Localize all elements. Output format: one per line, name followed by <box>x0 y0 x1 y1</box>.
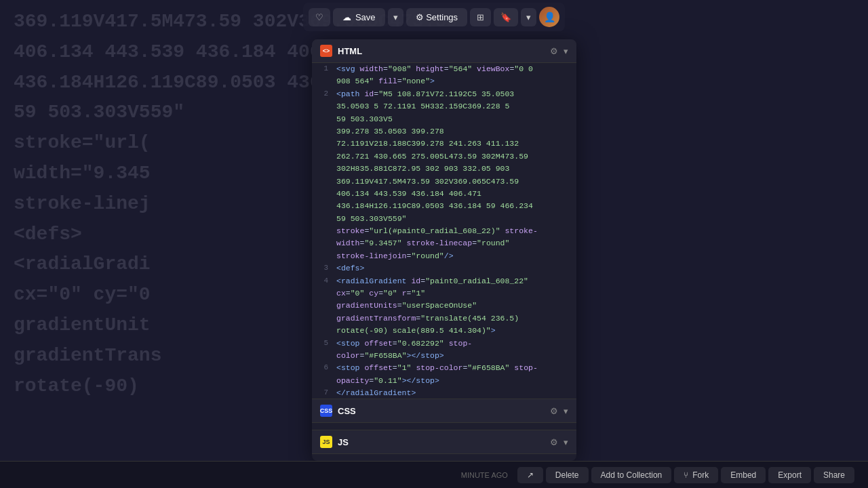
chevron-down-icon: ▾ <box>393 12 398 22</box>
grid-icon: ⊞ <box>477 12 484 22</box>
code-line: 59 503.303V559" <box>312 213 576 225</box>
code-line: rotate(-90) scale(889.5 414.304)"> <box>312 325 576 337</box>
code-line: opacity="0.11"></stop> <box>312 375 576 387</box>
code-line: 59 503.303V5 <box>312 113 576 125</box>
code-line: gradientUnits="userSpaceOnUse" <box>312 300 576 312</box>
css-collapse-icon[interactable]: ▾ <box>564 406 568 416</box>
heart-button[interactable]: ♡ <box>309 8 330 26</box>
css-icon: CSS <box>320 405 332 417</box>
code-line: 7 </radialGradient> <box>312 387 576 399</box>
code-line: 399.278 35.0503 399.278 <box>312 125 576 138</box>
code-line: 5 <stop offset="0.682292" stop- <box>312 338 576 350</box>
code-line: 369.119V417.5M473.59 302V369.065C473.59 <box>312 176 576 188</box>
code-line: 1 <svg width="908" height="564" viewBox=… <box>312 63 576 75</box>
html-section: <> HTML ⚙ ▾ 1 <svg width="908" height="5… <box>312 39 576 399</box>
code-line: 3 <defs> <box>312 262 576 274</box>
grid-button[interactable]: ⊞ <box>470 8 491 26</box>
html-label: HTML <box>338 46 362 56</box>
code-line: color="#F658BA"></stop> <box>312 350 576 362</box>
html-code-area[interactable]: 1 <svg width="908" height="564" viewBox=… <box>312 63 576 399</box>
save-button[interactable]: ☁ Save <box>333 8 385 26</box>
embed-button[interactable]: Embed <box>721 467 766 483</box>
delete-button[interactable]: Delete <box>546 467 589 483</box>
code-line: cx="0" cy="0" r="1" <box>312 287 576 300</box>
cloud-icon: ☁ <box>342 12 351 22</box>
settings-button[interactable]: ⚙ Settings <box>406 8 468 26</box>
code-line: gradientTransform="translate(454 236.5) <box>312 312 576 325</box>
code-line: 2 <path id="M5 108.871V72.1192C5 35.0503 <box>312 88 576 100</box>
css-section: CSS CSS ⚙ ▾ <box>312 399 576 430</box>
code-line: stroke-linejoin="round"/> <box>312 250 576 262</box>
fork-button[interactable]: ⑂ Fork <box>674 467 718 483</box>
editor-panel: <> HTML ⚙ ▾ 1 <svg width="908" height="5… <box>312 39 576 461</box>
share-button[interactable]: Share <box>814 467 854 483</box>
add-to-collection-button[interactable]: Add to Collection <box>591 467 672 483</box>
code-line: 6 <stop offset="1" stop-color="#F658BA" … <box>312 362 576 374</box>
html-panel-header: <> HTML ⚙ ▾ <box>312 39 576 63</box>
code-line: width="9.3457" stroke-linecap="round" <box>312 237 576 249</box>
bookmark-button[interactable]: 🔖 <box>494 8 518 26</box>
js-settings-icon[interactable]: ⚙ <box>550 437 558 447</box>
code-line: 4 <radialGradient id="paint0_radial_608_… <box>312 275 576 287</box>
css-label: CSS <box>338 406 356 416</box>
html-settings-icon[interactable]: ⚙ <box>550 46 558 56</box>
code-line: 35.0503 5 72.1191 5H332.159C369.228 5 <box>312 100 576 113</box>
html-icon: <> <box>320 45 332 57</box>
bookmark-icon: 🔖 <box>500 12 511 22</box>
css-settings-icon[interactable]: ⚙ <box>550 406 558 416</box>
code-line: stroke="url(#paint0_radial_608_22)" stro… <box>312 225 576 237</box>
export-button[interactable]: Export <box>768 467 811 483</box>
js-label: JS <box>338 437 349 447</box>
toolbar: ♡ ☁ Save ▾ ⚙ Settings ⊞ 🔖 ▾ 👤 <box>0 0 868 34</box>
bottom-bar: MINUTE AGO ↗ Delete Add to Collection ⑂ … <box>0 461 868 488</box>
fork-icon: ⑂ <box>684 470 688 480</box>
bookmark-dropdown-button[interactable]: ▾ <box>521 8 536 26</box>
js-section: JS JS ⚙ ▾ <box>312 430 576 461</box>
code-line: 72.1191V218.188C399.278 241.263 411.132 <box>312 138 576 150</box>
code-line: 262.721 430.665 275.005L473.59 302M473.5… <box>312 150 576 163</box>
external-link-icon: ↗ <box>527 470 534 480</box>
code-line: 406.134 443.539 436.184 406.471 <box>312 188 576 200</box>
code-line: 302H835.881C872.95 302 903 332.05 903 <box>312 163 576 175</box>
html-collapse-icon[interactable]: ▾ <box>564 46 568 56</box>
avatar[interactable]: 👤 <box>539 7 559 27</box>
external-link-button[interactable]: ↗ <box>517 467 543 483</box>
js-panel-header: JS JS ⚙ ▾ <box>312 430 576 454</box>
code-line: 908 564" fill="none"> <box>312 75 576 87</box>
code-line: 436.184H126.119C89.0503 436.184 59 466.2… <box>312 200 576 212</box>
heart-icon: ♡ <box>315 12 323 22</box>
js-icon: JS <box>320 436 332 448</box>
save-dropdown-button[interactable]: ▾ <box>388 8 403 26</box>
time-ago-label: MINUTE AGO <box>461 471 508 479</box>
css-panel-header: CSS CSS ⚙ ▾ <box>312 399 576 423</box>
chevron-down-icon-2: ▾ <box>526 12 531 22</box>
js-collapse-icon[interactable]: ▾ <box>564 437 568 447</box>
